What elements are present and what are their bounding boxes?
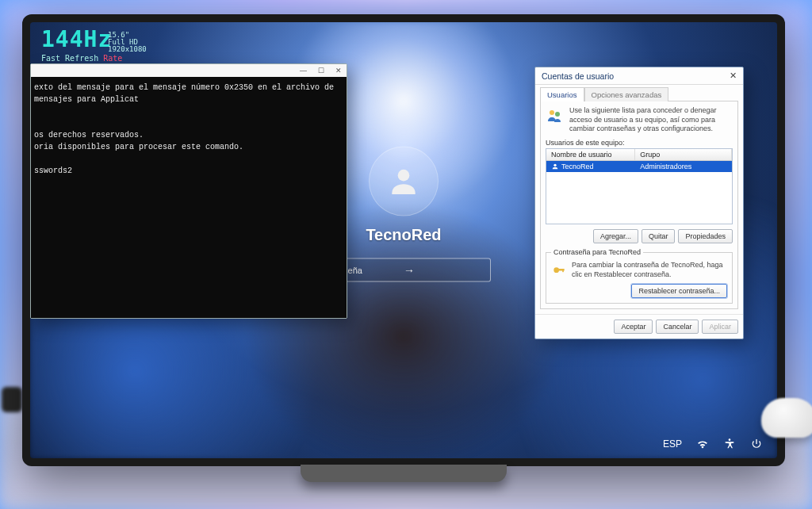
col-username[interactable]: Nombre de usuario — [546, 149, 635, 160]
ua-users-pane: Use la siguiente lista para conceder o d… — [540, 101, 738, 309]
svg-point-1 — [729, 438, 731, 441]
avatar — [369, 147, 439, 216]
row-group: Administradores — [635, 163, 732, 170]
ua-tabs: Usuarios Opciones avanzadas — [535, 85, 743, 101]
ua-title-text: Cuentas de usuario — [542, 71, 614, 81]
ua-footer: Aceptar Cancelar Aplicar — [535, 314, 743, 339]
fieldset-legend: Contraseña para TecnoRed — [551, 248, 643, 256]
panel-spec: 15.6" Full HD 1920x1080 — [108, 32, 147, 53]
cmd-output[interactable]: exto del mensaje para el mensaje número … — [31, 77, 347, 318]
svg-point-0 — [398, 170, 410, 182]
tab-advanced[interactable]: Opciones avanzadas — [584, 87, 669, 101]
laptop-frame: 144Hz 15.6" Full HD 1920x1080 Fast Refre… — [22, 14, 785, 466]
cmd-titlebar[interactable]: — ☐ ✕ — [31, 64, 347, 77]
product-badge: 144Hz 15.6" Full HD 1920x1080 Fast Refre… — [41, 29, 122, 63]
password-fieldset: Contraseña para TecnoRed Para cambiar la… — [546, 248, 733, 304]
user-list[interactable]: Nombre de usuario Grupo TecnoRed Adminis… — [546, 148, 733, 224]
laptop-hinge — [301, 465, 507, 482]
user-small-icon — [551, 163, 559, 170]
ok-button[interactable]: Aceptar — [614, 320, 653, 334]
accessibility-icon[interactable] — [723, 438, 736, 450]
screen: 144Hz 15.6" Full HD 1920x1080 Fast Refre… — [30, 22, 777, 458]
refresh-rate: 144Hz — [41, 26, 112, 52]
users-icon — [546, 106, 565, 127]
svg-point-4 — [553, 164, 556, 166]
ua-description-text: Use la siguiente lista para conceder o d… — [569, 106, 733, 134]
add-button[interactable]: Agregar... — [593, 229, 638, 243]
minimize-icon[interactable]: — — [300, 67, 307, 75]
remove-button[interactable]: Quitar — [642, 229, 676, 243]
user-accounts-dialog[interactable]: Cuentas de usuario ✕ Usuarios Opciones a… — [534, 67, 744, 339]
reset-password-button[interactable]: Restablecer contraseña... — [631, 284, 727, 298]
maximize-icon[interactable]: ☐ — [318, 67, 324, 75]
apply-button[interactable]: Aplicar — [702, 320, 738, 334]
svg-rect-7 — [562, 269, 564, 272]
svg-point-3 — [555, 112, 560, 117]
ua-titlebar[interactable]: Cuentas de usuario ✕ — [535, 67, 743, 85]
close-icon[interactable]: ✕ — [335, 67, 342, 75]
user-icon — [386, 164, 421, 199]
svg-point-5 — [553, 267, 559, 273]
user-row-selected[interactable]: TecnoRed Administradores — [546, 161, 732, 172]
ua-list-buttons: Agregar... Quitar Propiedades — [546, 229, 733, 243]
game-controller-prop — [761, 398, 812, 438]
ua-list-label: Usuarios de este equipo: — [546, 139, 733, 147]
row-username: TecnoRed — [561, 163, 594, 170]
badge-tagline: Fast Refresh Rate — [41, 54, 122, 63]
properties-button[interactable]: Propiedades — [678, 229, 733, 243]
ua-description: Use la siguiente lista para conceder o d… — [546, 106, 733, 134]
col-group[interactable]: Grupo — [635, 149, 732, 160]
user-list-header: Nombre de usuario Grupo — [546, 149, 732, 161]
close-icon[interactable]: ✕ — [730, 71, 737, 81]
svg-point-2 — [550, 110, 554, 115]
wifi-icon[interactable] — [696, 438, 709, 450]
system-tray: ESP — [663, 438, 763, 450]
tab-users[interactable]: Usuarios — [540, 87, 584, 101]
fieldset-text: Para cambiar la contraseña de TecnoRed, … — [572, 261, 727, 279]
key-icon — [551, 261, 567, 278]
power-icon[interactable] — [750, 438, 763, 450]
command-prompt-window[interactable]: — ☐ ✕ exto del mensaje para el mensaje n… — [30, 63, 347, 319]
submit-arrow-icon[interactable]: → — [404, 264, 484, 277]
cancel-button[interactable]: Cancelar — [656, 320, 699, 334]
language-indicator[interactable]: ESP — [663, 438, 682, 450]
